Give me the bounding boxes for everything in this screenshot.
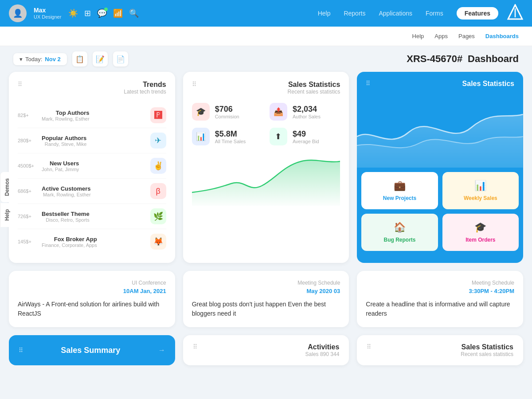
sub-pages[interactable]: Pages xyxy=(458,33,475,39)
blue-stats-card: ⠿ Sales Statistics 💼 New Projects 📊 xyxy=(357,72,523,263)
user-name: Max xyxy=(34,7,61,14)
sales-summary-card: ⠿ Sales Summary → xyxy=(9,335,175,365)
trend-name: Fox Broker App xyxy=(42,236,97,243)
trend-subs: Mark, Rowling, Esther xyxy=(42,192,91,197)
search-icon[interactable]: 🔍 xyxy=(129,8,139,18)
trend-item[interactable]: 280$+ Popular Authors Randy, Steve, Mike… xyxy=(18,128,166,153)
chart-icon[interactable]: 📶 xyxy=(113,8,123,18)
apps-icon[interactable]: ⊞ xyxy=(84,8,91,18)
trend-icon: 🅿 xyxy=(150,107,166,123)
trend-item[interactable]: 726$+ Bestseller Theme Disco, Retro, Spo… xyxy=(18,204,166,229)
drag-handle-2: ⠿ xyxy=(192,81,196,88)
stat-label: Average Bid xyxy=(293,139,319,144)
blue-card-title: Sales Statistics xyxy=(462,80,514,88)
stat-label: Commision xyxy=(215,114,239,119)
chat-icon[interactable]: 💬 xyxy=(97,8,107,18)
nav-help[interactable]: Help xyxy=(318,10,331,17)
blue-card-header: ⠿ Sales Statistics xyxy=(357,72,523,92)
sales-summary-icon: → xyxy=(158,346,165,354)
sales-stats-subtitle: Recent sales statistics xyxy=(288,89,340,95)
nav-reports[interactable]: Reports xyxy=(344,10,365,17)
sub-apps[interactable]: Apps xyxy=(434,33,448,39)
stat-item: ⬆ $49 Average Bid xyxy=(270,128,340,145)
trend-amount: 82$+ xyxy=(18,113,37,118)
trends-subtitle: Latest tech trends xyxy=(124,89,166,95)
main-grid: ⠿ Trends Latest tech trends 82$+ Top Aut… xyxy=(0,72,532,271)
trend-item[interactable]: 4500$+ New Users John, Pat, Jimmy ✌ xyxy=(18,153,166,179)
event-desc: Great blog posts don't just happen Even … xyxy=(192,300,340,318)
sub-dashboards[interactable]: Dashboards xyxy=(485,33,519,39)
nav-applications[interactable]: Applications xyxy=(379,10,412,17)
activities-sub: Sales 890 344 xyxy=(305,351,340,357)
breadcrumb-title: Dashboard xyxy=(468,53,519,64)
trend-info: Fox Broker App Finance, Corporate, Apps xyxy=(42,236,97,248)
toolbar: ▾ Today: Nov 2 📋 📝 📄 XRS-45670# Dashboar… xyxy=(0,46,532,72)
stat-icon: 📊 xyxy=(192,128,210,145)
trend-amount: 4500$+ xyxy=(18,163,37,168)
stat-value: $2,034 xyxy=(293,105,321,114)
trend-left: 145$+ Fox Broker App Finance, Corporate,… xyxy=(18,236,97,248)
stat-item: 📤 $2,034 Author Sales xyxy=(270,103,340,121)
bottom-row: ⠿ Sales Summary → ⠿ Activities Sales 890… xyxy=(0,335,532,373)
stat-text: $49 Average Bid xyxy=(293,129,319,144)
trend-icon: β xyxy=(150,183,166,199)
trends-title: Trends xyxy=(124,81,166,89)
user-role: UX Designer xyxy=(34,14,61,20)
nav-logo xyxy=(507,4,523,23)
sales-chart xyxy=(192,153,340,206)
trend-name: Active Customers xyxy=(42,185,91,192)
nav-links: Help Reports Applications Forms Features xyxy=(318,7,498,20)
avatar: 👤 xyxy=(9,4,27,22)
quick-actions: 💼 New Projects 📊 Weekly Sales 🏠 Bug Repo… xyxy=(357,168,523,255)
trend-info: Top Authors Mark, Rowling, Esther xyxy=(42,110,90,121)
toolbar-btn-2[interactable]: 📝 xyxy=(93,51,108,66)
quick-action-btn[interactable]: 🏠 Bug Reports xyxy=(361,214,438,251)
qa-label: New Projects xyxy=(383,195,416,201)
trend-item[interactable]: 82$+ Top Authors Mark, Rowling, Esther 🅿 xyxy=(18,103,166,128)
trend-left: 82$+ Top Authors Mark, Rowling, Esther xyxy=(18,110,90,121)
trend-left: 686$+ Active Customers Mark, Rowling, Es… xyxy=(18,185,91,197)
user-info: Max UX Designer xyxy=(34,7,61,20)
trend-subs: Randy, Steve, Mike xyxy=(42,141,86,147)
qa-icon: 🎓 xyxy=(474,222,486,233)
trend-name: Top Authors xyxy=(42,110,90,116)
trend-item[interactable]: 686$+ Active Customers Mark, Rowling, Es… xyxy=(18,179,166,204)
event-card: UI Conference 10AM Jan, 2021 AirWays - A… xyxy=(9,271,175,327)
quick-action-btn[interactable]: 📊 Weekly Sales xyxy=(442,172,519,209)
demos-tab[interactable]: Demos xyxy=(0,172,14,202)
sales-stats-card: ⠿ Sales Statistics Recent sales statisti… xyxy=(183,72,349,263)
trends-card: ⠿ Trends Latest tech trends 82$+ Top Aut… xyxy=(9,72,175,263)
sub-help[interactable]: Help xyxy=(412,33,424,39)
quick-action-btn[interactable]: 💼 New Projects xyxy=(361,172,438,209)
trend-name: Bestseller Theme xyxy=(42,211,90,217)
date-value: Nov 2 xyxy=(45,56,60,63)
trend-name: New Users xyxy=(42,160,79,167)
stat-label: Author Sales xyxy=(293,114,321,119)
events-grid: UI Conference 10AM Jan, 2021 AirWays - A… xyxy=(0,271,532,335)
weather-icon[interactable]: ☀️ xyxy=(68,8,78,18)
event-desc: AirWays - A Front-end solution for airli… xyxy=(18,300,166,318)
stat-item: 🎓 $706 Commision xyxy=(192,103,262,121)
nav-forms[interactable]: Forms xyxy=(426,10,443,17)
nav-icons: ☀️ ⊞ 💬 📶 🔍 xyxy=(68,8,139,18)
date-selector[interactable]: ▾ Today: Nov 2 xyxy=(13,53,67,65)
stat-text: $2,034 Author Sales xyxy=(293,105,321,119)
quick-action-btn[interactable]: 🎓 Item Orders xyxy=(442,214,519,251)
toolbar-btn-1[interactable]: 📋 xyxy=(72,51,87,66)
trend-left: 280$+ Popular Authors Randy, Steve, Mike xyxy=(18,135,86,147)
trends-card-header: ⠿ Trends Latest tech trends xyxy=(18,81,166,95)
nav-features[interactable]: Features xyxy=(457,7,498,20)
qa-label: Weekly Sales xyxy=(464,195,497,201)
trend-icon: ✌ xyxy=(150,158,166,174)
chevron-down-icon: ▾ xyxy=(20,56,23,63)
trend-item[interactable]: 145$+ Fox Broker App Finance, Corporate,… xyxy=(18,229,166,254)
qa-icon: 💼 xyxy=(394,180,406,192)
event-category: Meeting Schedule xyxy=(192,280,340,286)
trend-info: Bestseller Theme Disco, Retro, Sports xyxy=(42,211,90,223)
trend-name: Popular Authors xyxy=(42,135,86,141)
trend-icon: 🦊 xyxy=(150,234,166,250)
drag-handle-3: ⠿ xyxy=(366,80,370,87)
help-tab[interactable]: Help xyxy=(0,203,14,227)
toolbar-btn-3[interactable]: 📄 xyxy=(113,51,128,66)
qa-label: Item Orders xyxy=(466,237,495,243)
